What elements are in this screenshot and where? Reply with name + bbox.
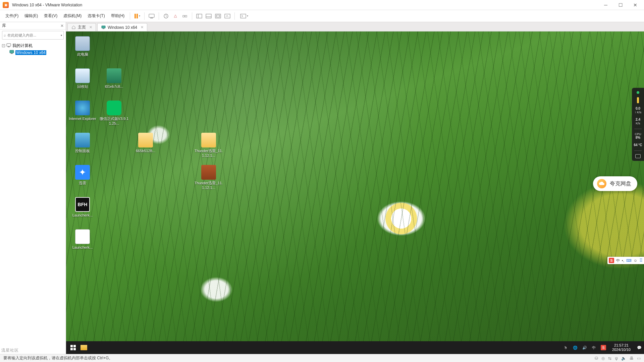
status-printer-icon[interactable]: 🖶 xyxy=(630,356,634,361)
cpu-metric: CPU8% xyxy=(635,132,641,140)
title-bar: ▣ Windows 10 x64 - VMware Workstation ─ … xyxy=(0,0,644,10)
home-icon xyxy=(71,25,76,30)
desktop-icon-recycle-bin[interactable]: 回收站 xyxy=(67,68,98,89)
status-net-icon[interactable]: ⇆ xyxy=(608,356,611,361)
menu-help[interactable]: 帮助(H) xyxy=(108,12,127,20)
close-button[interactable]: ✕ xyxy=(632,2,639,8)
tray-lang-label[interactable]: 中 xyxy=(591,345,597,350)
desktop-icon-control-panel[interactable]: 控制面板 xyxy=(67,133,98,154)
library-title: 库 xyxy=(2,23,6,28)
app-icon: ▣ xyxy=(3,2,9,8)
tray-device-icon[interactable]: 🖱 xyxy=(563,345,569,350)
revert-snapshot-button[interactable] xyxy=(171,12,180,20)
desktop-icon-bfh[interactable]: BFH Launcherk... xyxy=(67,197,98,218)
status-cd-icon[interactable]: ◎ xyxy=(601,356,605,361)
icon-label: 此电脑 xyxy=(77,52,88,57)
minimize-button[interactable]: ─ xyxy=(602,2,609,8)
ime-toolbar[interactable]: S 中 •, ⌨ ☺ ⠿ xyxy=(607,257,644,264)
sogou-icon[interactable]: S xyxy=(609,258,614,263)
desktop-icon-image-thumb[interactable]: t01eb7c8... xyxy=(99,68,129,89)
desktop-icon-this-pc[interactable]: 此电脑 xyxy=(67,36,98,57)
library-panel: 库 ✕ ⌕ ▾ − 我的计算机 Windows 10 x64 xyxy=(0,22,66,354)
tab-vm[interactable]: Windows 10 x64 ✕ xyxy=(97,23,147,31)
menu-file[interactable]: 文件(F) xyxy=(3,12,21,20)
status-usb-icon[interactable]: ψ xyxy=(615,356,618,361)
recycle-bin-icon xyxy=(75,68,90,83)
status-sound-icon[interactable]: 🔈 xyxy=(621,356,626,361)
tab-close-button[interactable]: ✕ xyxy=(141,25,144,29)
clock-time: 21:57:21 xyxy=(612,343,631,348)
menu-tabs[interactable]: 选项卡(T) xyxy=(85,12,107,20)
ime-punct-icon[interactable]: •, xyxy=(622,258,624,262)
svg-rect-18 xyxy=(103,28,104,29)
separator xyxy=(192,12,192,20)
manage-snapshot-button[interactable] xyxy=(180,12,189,20)
battery-bar-icon xyxy=(637,97,639,103)
desktop-icon-ie[interactable]: Internet Explorer xyxy=(67,101,98,121)
desktop-icon-xunlei[interactable]: ✦ 迅雷 xyxy=(67,165,98,186)
unity-button[interactable] xyxy=(223,12,232,20)
show-library-button[interactable] xyxy=(195,12,204,20)
cloud-icon xyxy=(597,179,606,188)
ime-keyboard-icon[interactable]: ⌨ xyxy=(626,258,632,263)
ime-menu-icon[interactable]: ⠿ xyxy=(639,258,643,263)
tray-volume-icon[interactable]: 🔊 xyxy=(582,345,587,350)
tab-home[interactable]: 主页 ✕ xyxy=(67,23,96,31)
thumbnail-view-button[interactable] xyxy=(204,12,213,20)
library-tree: − 我的计算机 Windows 10 x64 xyxy=(0,41,66,57)
fullscreen-button[interactable] xyxy=(214,12,222,20)
pause-icon xyxy=(135,14,138,18)
quark-label: 夸克网盘 xyxy=(610,180,631,187)
status-display-icon[interactable]: ▭ xyxy=(637,356,641,361)
tab-label: Windows 10 x64 xyxy=(108,25,137,30)
stretch-guest-button[interactable]: ▾ xyxy=(237,12,251,20)
taskbar-clock[interactable]: 21:57:21 2024/10/10 xyxy=(610,343,633,352)
separator xyxy=(234,12,235,20)
menu-edit[interactable]: 编辑(E) xyxy=(22,12,41,20)
start-button[interactable] xyxy=(68,343,78,353)
vm-area: 主页 ✕ Windows 10 x64 ✕ 此电脑 回收站 xyxy=(66,22,644,354)
separator xyxy=(159,12,159,20)
maximize-button[interactable]: ☐ xyxy=(617,2,624,8)
library-close-button[interactable]: ✕ xyxy=(60,23,64,28)
send-ctrl-alt-del-button[interactable] xyxy=(147,12,156,20)
search-dropdown-button[interactable]: ▾ xyxy=(61,34,62,37)
file-explorer-button[interactable] xyxy=(78,343,90,353)
chevron-down-icon[interactable]: ▾ xyxy=(139,14,140,17)
icon-label: 回收站 xyxy=(77,84,88,89)
tray-network-icon[interactable]: 🌐 xyxy=(573,345,578,350)
desktop-icon-folder[interactable]: 665b5128... xyxy=(130,133,161,154)
screenshot-icon[interactable] xyxy=(635,154,641,158)
tree-node-vm[interactable]: Windows 10 x64 xyxy=(8,49,65,56)
window-controls: ─ ☐ ✕ xyxy=(602,2,641,8)
tree-collapse-icon[interactable]: − xyxy=(2,44,5,47)
ime-emoji-icon[interactable]: ☺ xyxy=(634,258,637,262)
snapshot-button[interactable] xyxy=(162,12,170,20)
desktop-icon-launcherk[interactable]: Launcherk... xyxy=(67,229,98,250)
svg-rect-7 xyxy=(206,14,211,18)
library-header: 库 ✕ xyxy=(0,22,66,29)
quark-cloud-button[interactable]: 夸克网盘 xyxy=(593,176,637,191)
status-hdd-icon[interactable]: ⛁ xyxy=(595,356,598,361)
performance-widget[interactable]: 0.0↑ K/s 2.4K/s CPU8% 64 °C xyxy=(632,88,644,161)
action-center-button[interactable]: 💬 xyxy=(637,345,642,350)
tab-close-button[interactable]: ✕ xyxy=(89,25,92,29)
svg-rect-16 xyxy=(11,53,13,54)
tray-sogou-icon[interactable]: S xyxy=(601,345,606,350)
desktop-icon-wechat[interactable]: 微信正式版V3.9.11.25... xyxy=(99,101,129,126)
desktop-icon-thunder-rar[interactable]: Thunder迅雷_11.1.12.1... xyxy=(194,165,224,190)
library-search[interactable]: ⌕ ▾ xyxy=(2,31,64,40)
tree-node-my-computer[interactable]: − 我的计算机 xyxy=(1,42,65,49)
svg-rect-9 xyxy=(215,14,221,18)
ime-lang-label[interactable]: 中 xyxy=(616,258,620,263)
guest-desktop[interactable]: 此电脑 回收站 t01eb7c8... Internet Explorer 微信… xyxy=(66,32,644,354)
search-input[interactable] xyxy=(7,33,59,37)
desktop-icon-thunder-installer[interactable]: Thunder迅雷_11.1.12.1... xyxy=(194,133,224,158)
icon-label: Thunder迅雷_11.1.12.1... xyxy=(194,181,224,190)
wechat-icon xyxy=(107,101,121,115)
pause-vm-button[interactable]: ▾ xyxy=(133,12,142,20)
menu-toolbar: 文件(F) 编辑(E) 查看(V) 虚拟机(M) 选项卡(T) 帮助(H) ▾ … xyxy=(0,10,644,22)
svg-rect-3 xyxy=(183,15,184,17)
menu-vm[interactable]: 虚拟机(M) xyxy=(61,12,84,20)
menu-view[interactable]: 查看(V) xyxy=(41,12,60,20)
